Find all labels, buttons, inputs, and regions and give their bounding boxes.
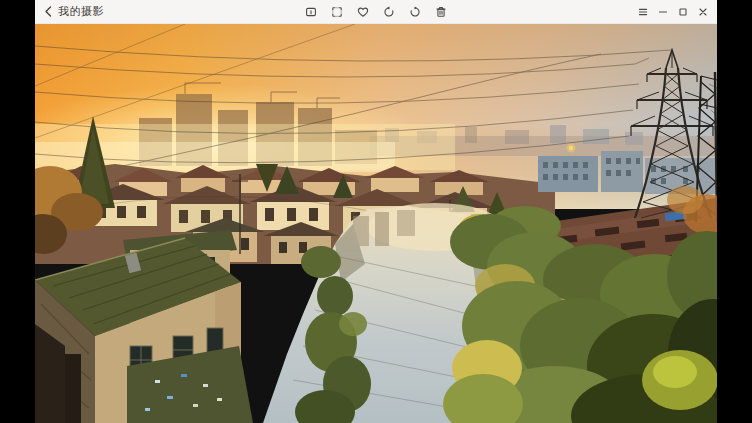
- heart-icon: [356, 5, 370, 19]
- titlebar: 我的摄影: [35, 0, 717, 24]
- menu-icon: [637, 6, 649, 18]
- minimize-icon: [657, 6, 669, 18]
- detail-button[interactable]: [304, 5, 318, 19]
- letterbox-right: [717, 0, 752, 423]
- maximize-button[interactable]: [677, 6, 689, 18]
- close-button[interactable]: [697, 6, 709, 18]
- delete-button[interactable]: [434, 5, 448, 19]
- photo-viewer-window: 我的摄影: [35, 0, 717, 423]
- photo-illustration: [35, 24, 717, 423]
- minimize-button[interactable]: [657, 6, 669, 18]
- close-icon: [697, 6, 709, 18]
- rotate-right-icon: [408, 5, 422, 19]
- trash-icon: [434, 5, 448, 19]
- screen: 我的摄影: [0, 0, 752, 423]
- maximize-icon: [677, 6, 689, 18]
- fit-screen-icon: [330, 5, 344, 19]
- fit-screen-button[interactable]: [330, 5, 344, 19]
- detail-icon: [304, 5, 318, 19]
- menu-button[interactable]: [637, 6, 649, 18]
- chevron-left-icon: [44, 6, 53, 17]
- rotate-left-button[interactable]: [382, 5, 396, 19]
- rotate-left-icon: [382, 5, 396, 19]
- letterbox-left: [0, 0, 35, 423]
- page-title: 我的摄影: [58, 4, 104, 19]
- favorite-button[interactable]: [356, 5, 370, 19]
- back-button[interactable]: 我的摄影: [44, 4, 104, 19]
- photo[interactable]: [35, 24, 717, 423]
- toolbar: [304, 0, 448, 24]
- window-controls: [637, 0, 709, 24]
- rotate-right-button[interactable]: [408, 5, 422, 19]
